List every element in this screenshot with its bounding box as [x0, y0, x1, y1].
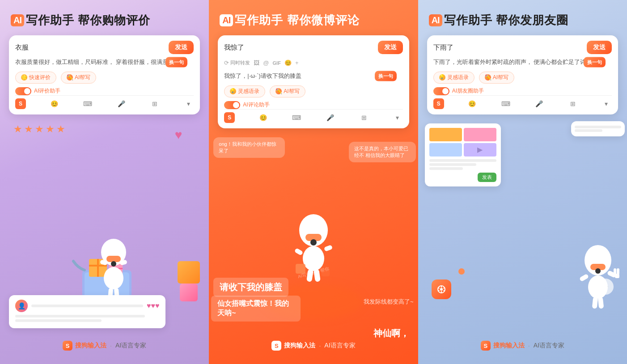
input-field-2[interactable]: 我惊了: [224, 43, 374, 52]
robot-3-group: [573, 241, 623, 310]
grid-icon[interactable]: ⊞: [149, 98, 160, 109]
gift-2: [178, 261, 200, 284]
grid-icon-3[interactable]: ⊞: [568, 98, 578, 109]
at-icon: @: [263, 59, 269, 66]
input-field-1[interactable]: 衣服: [15, 43, 165, 52]
ai-toggle-2[interactable]: [224, 101, 240, 109]
quick-btn-inspiration[interactable]: 💡 灵感语录: [224, 85, 265, 97]
ai-badge-3: AI: [429, 14, 442, 26]
star-5: ★: [56, 123, 65, 135]
input-card-1: 衣服 发送 衣服质量很好，做工精细，尺码标准， 穿着很舒服，很满意。 换一句 ⭐…: [9, 35, 200, 114]
text-bar-2: [429, 163, 476, 166]
app-icon-3: [432, 279, 451, 299]
more-icon-2[interactable]: ▾: [392, 112, 403, 123]
panel-1-title-area: AI 写作助手 帮你购物评价: [0, 0, 209, 35]
ribbon-text-2: 仙女捂嘴式震惊！我的天呐~: [217, 300, 289, 317]
review-card: 👤 ♥♥♥: [9, 295, 165, 328]
sogou-key-icon-3[interactable]: S: [433, 98, 444, 109]
quick-btns-1: ⭐ 快速评价 ✏️ AI帮写: [15, 72, 194, 84]
sogou-logo-3: S 搜狗输入法: [481, 341, 525, 351]
at-option[interactable]: @: [263, 59, 269, 66]
quick-btn-inspiration-3[interactable]: 💡 灵感语录: [433, 72, 474, 84]
quick-btn-evaluate[interactable]: ⭐ 快速评价: [15, 72, 56, 84]
keyboard-layout-icon[interactable]: ⌨: [82, 98, 93, 109]
illustration-area-2: ong！我和我的小伙伴都惊呆了 这不是真的，本小可爱已经不 相信我的大眼睛了: [209, 128, 418, 364]
replace-btn-1[interactable]: 换一句: [165, 57, 187, 68]
sogou-s-icon-3: S: [481, 341, 491, 351]
replace-btn-3[interactable]: 换一句: [584, 57, 606, 68]
quick-btn-ai-write-3[interactable]: ✏️ AI帮写: [479, 72, 514, 84]
tagline-2: AI语言专家: [324, 342, 355, 350]
platform-banner-1: S 搜狗输入法 · AI语言专家: [0, 341, 209, 355]
plus-icon: +: [295, 59, 299, 66]
panel-3-title-area: AI 写作助手 帮你发朋友圈: [418, 0, 627, 35]
grid-cell-3: [429, 143, 462, 157]
sogou-name-3: 搜狗输入法: [493, 342, 525, 350]
emoji-icon-2[interactable]: 😊: [258, 112, 268, 123]
svg-rect-6: [97, 259, 99, 277]
user-avatar: 👤: [15, 300, 28, 312]
svg-rect-45: [615, 274, 619, 278]
stars-row: ★ ★ ★ ★ ★: [13, 123, 65, 135]
input-row-2: 我惊了 发送: [224, 41, 402, 54]
send-button-3[interactable]: 发送: [587, 41, 612, 54]
bulb-icon-3: 💡: [439, 74, 445, 80]
mic-icon-2[interactable]: 🎤: [325, 112, 336, 123]
keyboard-row-2: S 😊 ⌨ 🎤 ⊞ ▾: [224, 109, 402, 123]
sogou-s-icon-2: S: [271, 341, 281, 351]
sogou-key-icon[interactable]: S: [15, 98, 26, 109]
panel-1-title: 写作助手 帮你购物评价: [26, 13, 150, 28]
quick-btn-3-label: 灵感语录: [238, 88, 259, 95]
plus-option[interactable]: +: [295, 59, 299, 66]
quick-btn-ai-write-2[interactable]: ✏️ AI帮写: [270, 85, 305, 97]
emoji-option[interactable]: 😊: [284, 59, 292, 66]
review-bar-1: [15, 315, 145, 317]
pen-icon-1: ✏️: [67, 74, 73, 80]
more-icon-3[interactable]: ▾: [601, 98, 612, 109]
quick-btn-ai-write-1[interactable]: ✏️ AI帮写: [61, 72, 96, 84]
retweet-option[interactable]: ⟳ 同时转发: [224, 59, 250, 66]
input-field-3[interactable]: 下雨了: [433, 43, 583, 52]
ribbon-2: 仙女捂嘴式震惊！我的天呐~: [211, 296, 301, 322]
tagline-1: AI语言专家: [115, 342, 146, 350]
sogou-key-icon-2[interactable]: S: [224, 112, 235, 123]
ai-toggle-1[interactable]: [15, 87, 31, 95]
more-icon[interactable]: ▾: [183, 98, 194, 109]
panel-weibo: AI 写作助手 帮你微博评论 我惊了 发送 ⟳ 同时转发 🖼 @ GIF 😊 +…: [209, 0, 418, 364]
svg-point-37: [595, 268, 601, 274]
image-option[interactable]: 🖼: [254, 59, 259, 66]
sogou-name-1: 搜狗输入法: [75, 342, 106, 350]
grid-cell-2: [464, 128, 496, 141]
send-button-1[interactable]: 发送: [169, 41, 194, 54]
ribbon-mini-text: 我发际线都变高了~: [364, 298, 414, 305]
post-button[interactable]: 发表: [478, 173, 496, 182]
switch-label-3: AI朋友圈助手: [452, 87, 484, 95]
emoji-icon[interactable]: 😊: [49, 98, 59, 109]
keyboard-layout-icon-2[interactable]: ⌨: [291, 112, 302, 123]
input-row-1: 衣服 发送: [15, 41, 194, 54]
ai-toggle-3[interactable]: [433, 87, 449, 95]
quick-btns-3: 💡 灵感语录 ✏️ AI帮写: [433, 72, 612, 84]
grid-icon-2[interactable]: ⊞: [359, 112, 369, 123]
social-card-1: ▶ 发表: [425, 123, 501, 186]
quick-btn-6-label: AI帮写: [493, 74, 508, 81]
panel-2-title-area: AI 写作助手 帮你微博评论: [209, 0, 418, 35]
keyboard-row-3: S 😊 ⌨ 🎤 ⊞ ▾: [433, 95, 612, 109]
emoji2-icon: 😊: [284, 59, 292, 66]
emoji-icon-3[interactable]: 😊: [467, 98, 478, 109]
gif-option[interactable]: GIF: [273, 60, 281, 66]
mic-icon-3[interactable]: 🎤: [534, 98, 545, 109]
quick-btn-2-label: AI帮写: [75, 74, 90, 81]
ribbon-text-3: 神仙啊，: [373, 328, 409, 338]
star-4: ★: [46, 123, 55, 135]
keyboard-layout-icon-3[interactable]: ⌨: [500, 98, 511, 109]
send-button-2[interactable]: 发送: [378, 41, 403, 54]
grid-cell-4: ▶: [464, 143, 496, 157]
svg-point-14: [104, 267, 123, 289]
svg-rect-20: [294, 248, 304, 256]
mic-icon[interactable]: 🎤: [116, 98, 127, 109]
dot-3: ·: [528, 342, 530, 349]
replace-btn-2[interactable]: 换一句: [375, 71, 397, 81]
card2-bar2: [575, 129, 602, 132]
switch-row-3: AI朋友圈助手: [433, 87, 612, 95]
